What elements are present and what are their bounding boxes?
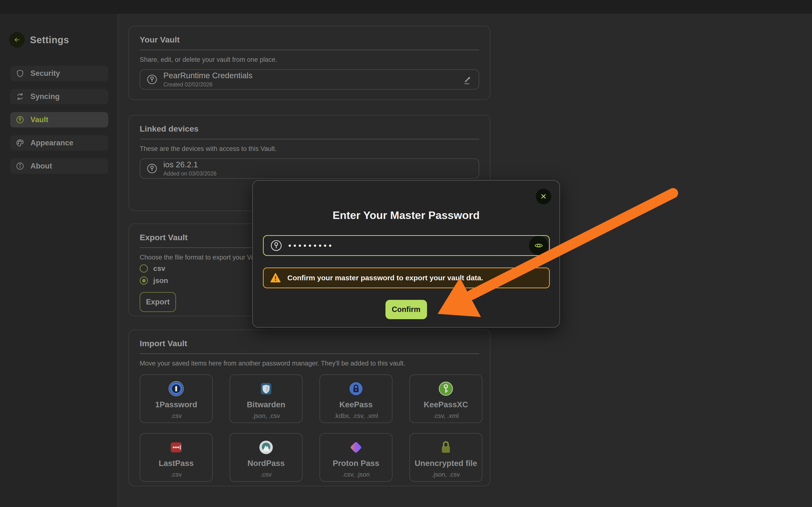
sidebar-item-vault[interactable]: Vault [10, 112, 108, 127]
warning-banner: Confirm your master password to export y… [263, 268, 550, 288]
shield-icon [16, 69, 24, 77]
card-description: These are the devices with access to thi… [140, 145, 479, 153]
pencil-icon [462, 74, 472, 85]
divider [140, 353, 479, 354]
nordpass-icon [258, 439, 274, 455]
palette-icon [16, 139, 24, 147]
tile-name: Unencrypted file [415, 459, 477, 468]
reveal-password-button[interactable] [529, 236, 548, 255]
back-button[interactable] [9, 32, 24, 48]
warning-text: Confirm your master password to export y… [287, 274, 483, 282]
bitwarden-icon [258, 381, 274, 397]
sync-icon [16, 93, 24, 101]
import-source-grid: 1Password .csv Bitwarden .json, .csv [140, 375, 479, 482]
window-top-bar [0, 0, 812, 14]
radio-label: csv [153, 264, 165, 273]
sidebar-item-about[interactable]: About [10, 158, 108, 174]
import-tile-1password[interactable]: 1Password .csv [140, 375, 213, 423]
your-vault-card: Your Vault Share, edit, or delete your v… [129, 26, 490, 100]
keepassxc-icon [438, 381, 454, 397]
divider [140, 50, 479, 50]
import-tile-bitwarden[interactable]: Bitwarden .json, .csv [230, 375, 303, 423]
key-circle-icon [16, 116, 24, 124]
tile-formats: .csv [260, 471, 272, 478]
tile-name: Bitwarden [247, 400, 286, 409]
import-tile-lastpass[interactable]: LastPass .csv [140, 433, 213, 482]
device-list-item[interactable]: ios 26.2.1 Added on 03/03/2026 [140, 158, 479, 179]
tile-name: KeePassXC [424, 400, 468, 409]
tile-name: NordPass [248, 459, 285, 468]
tile-formats: .kdbx, .csv, .xml [334, 412, 378, 419]
sidebar-item-label: About [31, 162, 52, 170]
tile-formats: .csv, .json [342, 471, 370, 478]
vault-created-date: Created 02/02/2026 [163, 81, 253, 88]
card-description: Move your saved items here from another … [140, 360, 479, 367]
password-value: ••••••••• [288, 241, 334, 250]
import-tile-keepass[interactable]: KeePass .kdbx, .csv, .xml [319, 375, 393, 423]
radio-label: json [153, 276, 168, 285]
radio-button-csv[interactable] [140, 264, 148, 273]
import-vault-card: Import Vault Move your saved items here … [129, 330, 490, 486]
close-icon: ✕ [540, 192, 547, 201]
settings-sidebar: Settings Security Syncing [0, 14, 118, 507]
onepassword-icon [168, 381, 184, 397]
radio-button-json[interactable] [140, 276, 148, 285]
sidebar-item-security[interactable]: Security [10, 66, 108, 81]
device-name: ios 26.2.1 [163, 160, 216, 169]
settings-nav: Security Syncing Vault [10, 66, 108, 181]
unencrypted-file-icon [438, 439, 454, 455]
warning-icon [270, 272, 281, 283]
page-title: Settings [30, 35, 69, 45]
card-title: Linked devices [140, 124, 479, 133]
sidebar-item-appearance[interactable]: Appearance [10, 135, 108, 151]
confirm-button[interactable]: Confirm [386, 300, 427, 319]
tile-name: 1Password [155, 400, 197, 409]
import-tile-unencrypted[interactable]: Unencrypted file .json, .csv [409, 433, 483, 482]
sidebar-item-label: Appearance [31, 138, 73, 147]
import-tile-protonpass[interactable]: Proton Pass .csv, .json [319, 433, 393, 482]
import-tile-keepassxc[interactable]: KeePassXC .csv, .xml [409, 375, 483, 423]
key-circle-icon [146, 163, 158, 174]
device-added-date: Added on 03/03/2026 [163, 170, 216, 177]
keepass-icon [348, 381, 364, 397]
tile-formats: .csv, .xml [433, 412, 459, 419]
sidebar-item-syncing[interactable]: Syncing [10, 89, 108, 104]
tile-name: KeePass [339, 400, 373, 409]
divider [140, 139, 479, 139]
tile-name: LastPass [159, 459, 194, 468]
card-title: Import Vault [140, 339, 479, 348]
sidebar-item-label: Security [31, 69, 60, 78]
info-icon [16, 162, 24, 170]
tile-formats: .json, .csv [432, 471, 460, 478]
master-password-modal: ✕ Enter Your Master Password ••••••••• C… [252, 180, 560, 328]
protonpass-icon [348, 439, 364, 455]
tile-name: Proton Pass [333, 459, 379, 468]
edit-vault-button[interactable] [462, 74, 472, 85]
key-circle-icon [270, 239, 283, 252]
tile-formats: .csv [170, 412, 182, 419]
sidebar-item-label: Syncing [31, 92, 60, 101]
modal-title: Enter Your Master Password [253, 209, 559, 222]
sidebar-item-label: Vault [31, 115, 48, 124]
import-tile-nordpass[interactable]: NordPass .csv [230, 433, 303, 482]
export-button[interactable]: Export [140, 292, 176, 312]
key-circle-icon [146, 74, 158, 85]
arrow-left-icon [13, 36, 21, 44]
vault-list-item[interactable]: PearRuntime Credentials Created 02/02/20… [140, 69, 479, 90]
vault-name: PearRuntime Credentials [163, 71, 253, 80]
close-button[interactable]: ✕ [536, 189, 551, 204]
master-password-input[interactable]: ••••••••• [263, 235, 550, 256]
lastpass-icon [168, 439, 184, 455]
card-title: Your Vault [140, 35, 479, 44]
tile-formats: .csv [170, 471, 182, 478]
eye-icon [534, 240, 544, 250]
card-description: Share, edit, or delete your vault from o… [140, 56, 479, 63]
tile-formats: .json, .csv [252, 412, 280, 419]
